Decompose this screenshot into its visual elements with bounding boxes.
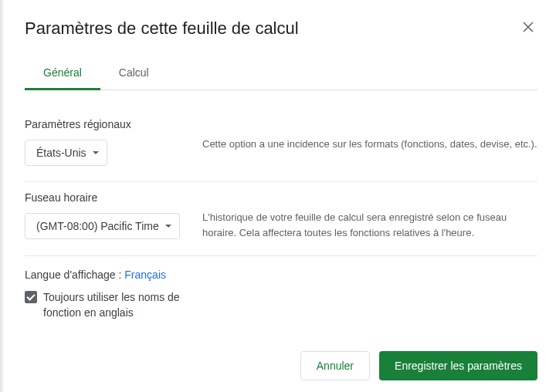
timezone-value: (GMT-08:00) Pacific Time — [36, 220, 159, 232]
settings-dialog: Paramètres de cette feuille de calcul Gé… — [0, 0, 556, 392]
chevron-down-icon — [165, 225, 171, 228]
english-functions-checkbox[interactable] — [25, 291, 37, 303]
timezone-description: L'historique de votre feuille de calcul … — [202, 191, 537, 240]
close-button[interactable] — [519, 19, 537, 37]
close-icon — [523, 20, 534, 36]
english-functions-label: Toujours utiliser les noms de fonction e… — [43, 290, 202, 320]
locale-description: Cette option a une incidence sur les for… — [202, 118, 537, 166]
tab-calc[interactable]: Calcul — [100, 57, 168, 90]
locale-value: États-Unis — [36, 147, 86, 159]
cancel-button[interactable]: Annuler — [300, 351, 370, 380]
locale-section: Paramètres régionaux États-Unis Cette op… — [25, 109, 537, 182]
timezone-section: Fuseau horaire (GMT-08:00) Pacific Time … — [25, 182, 537, 256]
timezone-label: Fuseau horaire — [25, 191, 202, 204]
language-link[interactable]: Français — [124, 269, 166, 281]
dialog-title: Paramètres de cette feuille de calcul — [25, 19, 299, 39]
dialog-left-shadow — [0, 0, 5, 392]
save-button[interactable]: Enregistrer les paramètres — [379, 351, 537, 380]
language-line: Langue d'affichage : Français — [25, 269, 537, 281]
locale-label: Paramètres régionaux — [25, 118, 202, 130]
english-functions-option[interactable]: Toujours utiliser les noms de fonction e… — [25, 290, 202, 320]
dialog-header: Paramètres de cette feuille de calcul — [25, 19, 537, 39]
locale-dropdown[interactable]: États-Unis — [25, 140, 107, 166]
language-label: Langue d'affichage : — [25, 269, 124, 281]
dialog-footer: Annuler Enregistrer les paramètres — [25, 351, 537, 380]
locale-left: Paramètres régionaux États-Unis — [25, 118, 202, 166]
language-section: Langue d'affichage : Français Toujours u… — [25, 256, 537, 333]
timezone-dropdown[interactable]: (GMT-08:00) Pacific Time — [25, 213, 180, 239]
chevron-down-icon — [93, 151, 99, 154]
timezone-left: Fuseau horaire (GMT-08:00) Pacific Time — [25, 191, 202, 240]
tabs: Général Calcul — [25, 57, 537, 90]
tab-general[interactable]: Général — [25, 57, 100, 90]
